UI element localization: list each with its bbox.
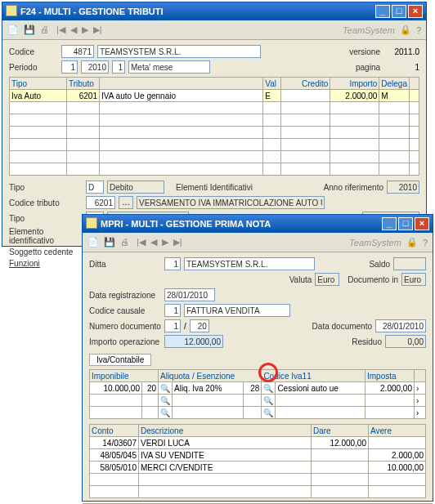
impop-input[interactable] (164, 335, 223, 348)
maximize-button[interactable]: □ (398, 217, 413, 230)
cell-aliq-desc[interactable]: Aliq. Iva 20% (173, 382, 244, 395)
col-delega: Delega (379, 78, 410, 90)
save-icon[interactable]: 💾 (104, 237, 115, 248)
codtrib-desc (137, 196, 325, 209)
search-icon[interactable]: 🔍 (159, 382, 173, 395)
pagina-label: pagina (356, 63, 380, 72)
nav-next-icon[interactable]: ▶ (162, 237, 168, 248)
close-button[interactable]: × (408, 5, 423, 18)
numdoc-label: Numero documento (89, 322, 161, 331)
nav-prev-icon[interactable]: ◀ (70, 25, 77, 35)
nav-last-icon[interactable]: ▶| (93, 25, 102, 35)
help-icon[interactable]: ? (416, 25, 421, 35)
datareg-input[interactable] (164, 288, 215, 301)
nav-first-icon[interactable]: |◀ (56, 25, 65, 35)
anno-input (387, 181, 419, 194)
minimize-button[interactable]: _ (382, 217, 397, 230)
titlebar[interactable]: F24 - MULTI - GESTIONE TRIBUTI _ □ × (2, 2, 426, 20)
datadoc-input[interactable] (375, 319, 426, 332)
nav-next-icon[interactable]: ▶ (82, 25, 88, 35)
cell-delega[interactable]: M (379, 90, 410, 102)
print-icon[interactable]: 🖨 (120, 237, 132, 248)
ditta-input[interactable] (164, 257, 181, 270)
periodo-label: Periodo (9, 63, 58, 72)
conti-grid[interactable]: Conto Descrizione Dare Avere 14/03607VER… (89, 424, 426, 498)
new-icon[interactable]: 📄 (7, 25, 19, 36)
datadoc-label: Data documento (312, 322, 372, 331)
valuta-input (315, 273, 339, 286)
brand-label: TeamSystem (349, 238, 401, 248)
cell-cod[interactable]: 28 (244, 382, 262, 395)
cell-desc[interactable]: IVA auto Ue gennaio (100, 90, 263, 102)
cell-credito[interactable] (281, 90, 330, 102)
tipo-label: Tipo (9, 183, 83, 192)
window-title: F24 - MULTI - GESTIONE TRIBUTI (6, 7, 375, 16)
help-icon[interactable]: ? (423, 238, 428, 248)
cell-importo[interactable]: 2.000,00 (330, 90, 379, 102)
cell-aliq-n[interactable]: 20 (142, 382, 159, 395)
valuta-label: Valuta (289, 275, 312, 284)
tipoa-label: Tipo (9, 214, 83, 223)
maximize-button[interactable]: □ (392, 5, 406, 18)
col-conto: Conto (90, 425, 139, 437)
cell-imponibile[interactable]: 10.000,00 (90, 382, 142, 395)
print-icon[interactable]: 🖨 (40, 25, 52, 36)
col-extra (410, 78, 419, 90)
codtrib-input[interactable] (86, 196, 115, 209)
close-button[interactable]: × (415, 217, 429, 230)
titlebar[interactable]: MPRI - MULTI - GESTIONE PRIMA NOTA _ □ × (83, 215, 433, 233)
col-tipo: Tipo (10, 78, 67, 90)
cell-val[interactable]: E (263, 90, 281, 102)
search-icon[interactable]: 🔍 (262, 382, 276, 395)
conti-row[interactable]: 14/03607VERDI LUCA12.000,00 (90, 437, 426, 449)
col-desc: Descrizione (139, 425, 312, 437)
lookup-icon[interactable]: … (119, 196, 133, 209)
toolbar: 📄 💾 🖨 |◀ ◀ ▶ ▶| TeamSystem 🔒 ? (2, 20, 426, 40)
docin-label: Documento in (348, 275, 398, 284)
periodo-desc-input[interactable] (128, 60, 210, 74)
lock-icon[interactable]: 🔒 (406, 237, 418, 248)
cell-codiva-desc[interactable]: Cessioni auto ue (276, 382, 365, 395)
elemid-label: Elemento identificativo (9, 227, 91, 245)
app-icon (6, 5, 17, 16)
save-icon[interactable]: 💾 (24, 25, 35, 36)
iva-grid[interactable]: Imponibile Aliquota / Esenzione Codice I… (89, 369, 426, 419)
nav-first-icon[interactable]: |◀ (137, 237, 146, 248)
tipo-desc (107, 181, 164, 194)
minimize-button[interactable]: _ (375, 5, 390, 18)
col-tributo: Tributo (67, 78, 100, 90)
tributi-grid[interactable]: Tipo Tributo Val Credito Importo Delega … (9, 77, 419, 176)
saldo-input (393, 257, 426, 270)
numdoc-a[interactable] (164, 319, 181, 332)
row-action-icon[interactable]: › (415, 382, 426, 395)
nav-last-icon[interactable]: ▶| (173, 237, 182, 248)
col-importo: Importo (330, 78, 379, 90)
lock-icon[interactable]: 🔒 (400, 25, 411, 35)
residuo-label: Residuo (352, 337, 382, 346)
conti-row[interactable]: 58/05/010MERCI C/VENDITE10.000,00 (90, 462, 426, 474)
tipo-input[interactable] (86, 181, 104, 194)
anno-label: Anno riferimento (324, 183, 383, 192)
codcaus-input[interactable] (164, 304, 181, 317)
nav-prev-icon[interactable]: ◀ (150, 237, 157, 248)
cell-trib[interactable]: 6201 (67, 90, 100, 102)
tab-iva[interactable]: Iva/Contabile (89, 354, 151, 366)
periodo-anno-input[interactable] (81, 60, 109, 74)
cell-imposta[interactable]: 2.000,00 (365, 382, 415, 395)
new-icon[interactable]: 📄 (87, 237, 99, 248)
numdoc-b[interactable] (190, 319, 209, 332)
funzioni-button[interactable]: Funzioni (9, 259, 40, 268)
grid-row[interactable]: Iva Auto 6201 IVA auto Ue gennaio E 2.00… (10, 90, 419, 102)
periodo-g-input[interactable] (112, 60, 125, 74)
col-desc (100, 78, 263, 90)
cell-tipo[interactable]: Iva Auto (10, 90, 67, 102)
residuo-input (385, 335, 426, 348)
conti-row[interactable]: 48/05/045IVA SU VENDITE2.000,00 (90, 449, 426, 462)
azienda-input[interactable] (184, 257, 315, 270)
caus-desc[interactable] (184, 304, 290, 317)
codice-input[interactable] (61, 45, 94, 58)
col-credito: Credito (281, 78, 330, 90)
iva-row[interactable]: 10.000,00 20 🔍 Aliq. Iva 20% 28 🔍 Cessio… (90, 382, 426, 395)
azienda-input[interactable] (97, 45, 261, 58)
periodo-n-input[interactable] (61, 60, 78, 74)
